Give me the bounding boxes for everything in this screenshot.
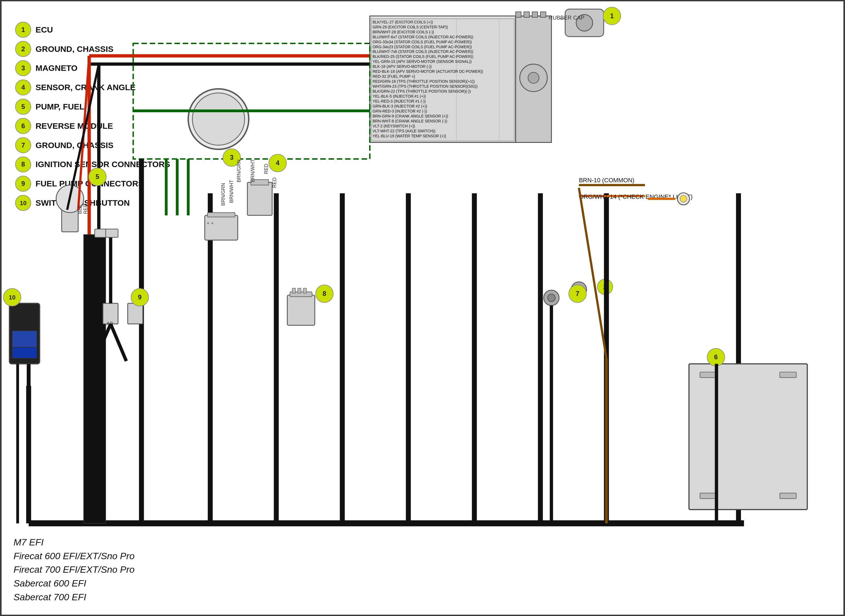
- svg-text:RED-32  (FUEL PUMP +): RED-32 (FUEL PUMP +): [372, 74, 415, 79]
- svg-text:10: 10: [9, 294, 15, 301]
- svg-text:Sabercat 700 EFI: Sabercat 700 EFI: [13, 592, 86, 602]
- svg-text:RED: RED: [83, 204, 88, 214]
- svg-text:Firecat 700 EFI/EXT/Sno Pro: Firecat 700 EFI/EXT/Sno Pro: [13, 564, 135, 575]
- svg-text:YEL-BLK-5  (INJECTOR #1 (+)): YEL-BLK-5 (INJECTOR #1 (+)): [372, 94, 426, 98]
- svg-text:GRN-RED-3  (INJECTOR #2 (-)): GRN-RED-3 (INJECTOR #2 (-)): [372, 109, 427, 113]
- wiring-diagram: 1 ECU 2 GROUND, CHASSIS 3 MAGNETO 4 SENS…: [1, 1, 844, 615]
- svg-rect-40: [541, 12, 546, 18]
- svg-text:BRN/WHT: BRN/WHT: [229, 180, 234, 203]
- svg-text:BRN-10    (COMMON): BRN-10 (COMMON): [579, 177, 634, 183]
- svg-text:GROUND, CHASSIS: GROUND, CHASSIS: [35, 44, 113, 53]
- svg-text:BRN/GRN: BRN/GRN: [236, 160, 242, 183]
- svg-point-161: [680, 195, 687, 202]
- svg-rect-103: [247, 182, 272, 216]
- svg-text:5: 5: [96, 173, 99, 180]
- svg-text:5: 5: [21, 103, 25, 110]
- svg-text:BRN-WHT-8  (CRANK ANGLE SENSOR: BRN-WHT-8 (CRANK ANGLE SENSOR (-)): [372, 119, 447, 123]
- svg-text:Sabercat 600 EFI: Sabercat 600 EFI: [13, 578, 86, 588]
- svg-text:WHT/GRN-23  (TPS (THROTTLE POS: WHT/GRN-23 (TPS (THROTTLE POSITION SENSO…: [372, 84, 478, 88]
- svg-text:BLU/WHT-6x7  (STATOR COILS (IN: BLU/WHT-6x7 (STATOR COILS (INJECTOR AC-P…: [372, 35, 473, 39]
- svg-rect-162: [95, 229, 107, 238]
- svg-text:BLK: BLK: [77, 205, 83, 214]
- svg-text:BLK/RED-25  (STATOR COILS (FUE: BLK/RED-25 (STATOR COILS (FUEL PUMP AC-P…: [372, 54, 473, 59]
- diagram-container: 1 ECU 2 GROUND, CHASSIS 3 MAGNETO 4 SENS…: [0, 0, 845, 616]
- svg-text:REVERSE MODULE: REVERSE MODULE: [35, 121, 113, 131]
- svg-text:1: 1: [610, 12, 614, 20]
- svg-text:RED/GRN-16  (TPS (THROTTLE POS: RED/GRN-16 (TPS (THROTTLE POSITION SENSO…: [372, 79, 475, 84]
- svg-text:BRN-GRN-9  (CRANK ANGLE SENSOR: BRN-GRN-9 (CRANK ANGLE SENSOR (+)): [372, 114, 448, 118]
- svg-text:8: 8: [322, 290, 326, 297]
- svg-text:RED: RED: [264, 164, 269, 174]
- svg-text:8: 8: [21, 160, 25, 168]
- svg-rect-165: [207, 213, 235, 217]
- svg-text:3: 3: [21, 64, 25, 72]
- svg-text:RUBBER CAP: RUBBER CAP: [549, 15, 585, 21]
- svg-rect-125: [780, 372, 797, 377]
- svg-text:ORG-34x23  (STATOR COILS (FUEL: ORG-34x23 (STATOR COILS (FUEL PUMP AC-PO…: [372, 45, 472, 49]
- svg-rect-141: [292, 288, 295, 293]
- svg-text:4: 4: [21, 84, 25, 91]
- svg-text:BLK/GRN-22  (TPS (THROTTLE POS: BLK/GRN-22 (TPS (THROTTLE POSITION SENSO…: [372, 89, 471, 94]
- svg-text:4: 4: [276, 159, 280, 167]
- svg-text:PUMP, FUEL: PUMP, FUEL: [35, 102, 84, 111]
- svg-rect-143: [303, 288, 307, 293]
- svg-text:BRN/WHT: BRN/WHT: [250, 159, 256, 182]
- svg-text:BRN/WHT-28  (EXCITOR COILS (-): BRN/WHT-28 (EXCITOR COILS (-)): [372, 30, 434, 34]
- svg-text:BLK/YEL-27  (EXCITOR COILS (+): BLK/YEL-27 (EXCITOR COILS (+)): [372, 20, 433, 24]
- svg-text:M7 EFI: M7 EFI: [13, 537, 44, 547]
- svg-text:2: 2: [21, 45, 25, 53]
- svg-rect-123: [689, 364, 807, 510]
- svg-text:6: 6: [714, 353, 717, 361]
- svg-text:7: 7: [576, 290, 579, 297]
- svg-text:1: 1: [21, 26, 25, 33]
- svg-rect-164: [205, 216, 238, 240]
- svg-text:GRN-BLK-3  (INJECTOR #2 (+)): GRN-BLK-3 (INJECTOR #2 (+)): [372, 104, 427, 109]
- svg-rect-127: [780, 493, 797, 499]
- svg-rect-148: [12, 348, 37, 358]
- svg-text:VLT-2  (KEYSWITCH (+)): VLT-2 (KEYSWITCH (+)): [372, 124, 415, 128]
- svg-rect-94: [84, 235, 106, 524]
- svg-text:9: 9: [138, 293, 141, 301]
- svg-text:MAGNETO: MAGNETO: [35, 63, 78, 72]
- svg-text:Firecat 600 EFI/EXT/Sno Pro: Firecat 600 EFI/EXT/Sno Pro: [13, 551, 135, 561]
- svg-rect-163: [106, 229, 118, 238]
- svg-rect-142: [298, 288, 301, 293]
- svg-text:6: 6: [21, 122, 25, 130]
- svg-point-42: [528, 72, 539, 83]
- svg-text:7: 7: [21, 141, 25, 149]
- svg-text:9: 9: [21, 180, 25, 187]
- svg-text:SENSOR, CRANK ANGLE: SENSOR, CRANK ANGLE: [35, 83, 136, 92]
- svg-point-100: [192, 93, 244, 145]
- svg-text:10: 10: [20, 199, 26, 207]
- svg-text:BRN/GRN: BRN/GRN: [220, 183, 226, 206]
- svg-rect-126: [700, 493, 716, 499]
- svg-text:+ +: + +: [207, 221, 214, 226]
- svg-text:BLU/WHT-7x6  (STATOR COILS (IN: BLU/WHT-7x6 (STATOR COILS (INJECTOR AC-P…: [372, 49, 473, 54]
- svg-text:3: 3: [230, 154, 234, 161]
- svg-text:YEL-GRN-15  (APV SERVO-MOTOR (: YEL-GRN-15 (APV SERVO-MOTOR (SENSOR SIGN…: [372, 59, 472, 64]
- svg-text:GRN-29  (EXCITOR COILS (CENTER: GRN-29 (EXCITOR COILS (CENTER-TAP)): [372, 25, 448, 29]
- svg-text:YEL-BLU-19  (WATER TEMP SENSOR: YEL-BLU-19 (WATER TEMP SENSOR (+)): [372, 134, 446, 138]
- svg-rect-37: [516, 12, 521, 18]
- svg-text:GROUND, CHASSIS: GROUND, CHASSIS: [35, 141, 113, 150]
- svg-rect-139: [287, 295, 315, 326]
- svg-text:ORG-33x34  (STATOR COILS (FUEL: ORG-33x34 (STATOR COILS (FUEL PUMP AC-PO…: [372, 40, 472, 44]
- svg-text:BLK-18  (APV SERVO-MOTOR (-)): BLK-18 (APV SERVO-MOTOR (-)): [372, 64, 432, 69]
- svg-rect-110: [62, 210, 78, 232]
- svg-text:ORG/WHT-14  (*CHECK ENGINE* LI: ORG/WHT-14 (*CHECK ENGINE* LIGHT): [579, 193, 692, 200]
- svg-rect-124: [700, 372, 716, 377]
- svg-rect-136: [128, 303, 143, 324]
- svg-rect-39: [532, 12, 538, 18]
- svg-rect-147: [12, 331, 37, 348]
- svg-text:VLT-WHT-22  (TPS (AXLE SWITCH): VLT-WHT-22 (TPS (AXLE SWITCH)): [372, 129, 435, 133]
- svg-text:RED: RED: [272, 177, 277, 188]
- svg-point-119: [548, 294, 555, 302]
- svg-text:RED-BLK-18  (APV SERVO-MOTOR (: RED-BLK-18 (APV SERVO-MOTOR (ACTUATOR DC…: [372, 69, 483, 73]
- svg-text:IGNITION SENSOR CONNECTORS: IGNITION SENSOR CONNECTORS: [35, 160, 170, 169]
- svg-text:ECU: ECU: [35, 25, 53, 34]
- svg-text:YEL-RED-3  (INJECTOR #1 (-)): YEL-RED-3 (INJECTOR #1 (-)): [372, 99, 426, 103]
- svg-rect-38: [524, 12, 529, 18]
